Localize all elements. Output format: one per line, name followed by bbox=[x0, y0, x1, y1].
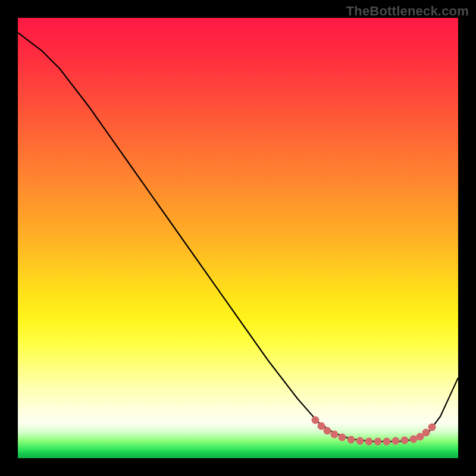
curve-marker bbox=[312, 416, 320, 424]
curve-marker bbox=[365, 438, 373, 446]
curve-marker bbox=[347, 436, 355, 444]
curve-marker bbox=[428, 424, 436, 431]
curve-marker bbox=[422, 429, 430, 437]
curve-marker bbox=[392, 437, 400, 445]
curve-marker bbox=[356, 437, 364, 445]
curve-marker bbox=[401, 437, 409, 444]
chart-frame: TheBottleneck.com bbox=[0, 0, 476, 476]
curve-marker bbox=[331, 431, 339, 439]
chart-svg bbox=[18, 18, 458, 458]
watermark-label: TheBottleneck.com bbox=[346, 4, 469, 19]
curve-marker bbox=[383, 438, 391, 446]
curve-marker bbox=[374, 438, 382, 446]
curve-marker bbox=[324, 427, 331, 435]
bottleneck-curve bbox=[18, 33, 458, 441]
curve-marker bbox=[339, 434, 346, 441]
plot-area bbox=[18, 18, 458, 458]
